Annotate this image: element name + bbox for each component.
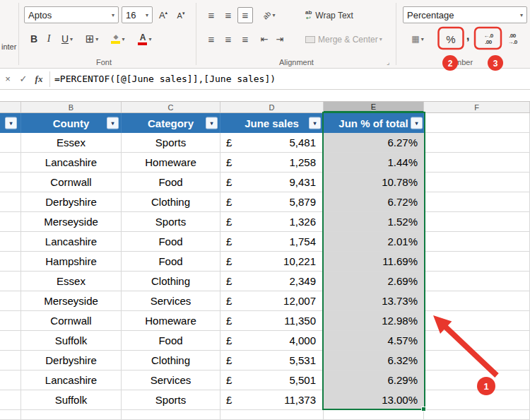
wrap-text-button[interactable]: ab ↩ Wrap Text [302,7,356,23]
cell-county[interactable]: Cornwall [21,311,122,331]
cell[interactable] [220,410,324,420]
cell[interactable] [0,252,21,272]
cell-pct[interactable]: 6.29% [324,371,424,390]
selection-fill-handle[interactable] [421,407,426,412]
cell[interactable] [0,331,21,351]
cell[interactable] [424,252,530,272]
cell-pct[interactable]: 13.00% [324,390,424,410]
insert-function-button[interactable]: fx [31,74,47,85]
cell[interactable] [424,410,530,420]
filter-button[interactable]: ▾ [411,117,423,129]
cell[interactable] [424,331,530,351]
cell-june-sales[interactable]: £2,349 [220,272,324,291]
increase-decimal-button[interactable]: ←.0 .00 [478,30,499,48]
cell[interactable] [424,291,530,311]
accounting-format-button[interactable]: ▦ ▾ [406,30,430,47]
cell-pct[interactable]: 1.44% [324,153,424,173]
cell-june-sales[interactable]: £10,221 [220,252,324,272]
cell-category[interactable]: Services [122,371,220,390]
enter-button[interactable]: ✓ [16,74,31,84]
column-header-b[interactable]: B [21,102,122,112]
cell[interactable] [0,311,21,331]
cell-county[interactable]: Hampshire [21,252,122,272]
cell-category[interactable]: Clothing [122,351,220,371]
cell[interactable] [424,153,530,173]
number-format-combo[interactable]: Percentage ▾ [403,6,527,23]
comma-style-button[interactable]: , [462,27,473,45]
align-center-button[interactable]: ≡ [220,31,236,47]
formula-input[interactable]: =PERCENTOF([@[June sales]],[June sales]) [54,74,276,84]
orientation-button[interactable]: ab ▾ [257,7,281,23]
cell[interactable] [21,410,122,420]
cell-county[interactable]: Cornwall [21,173,122,192]
cell[interactable] [0,351,21,371]
cell-june-sales[interactable]: £9,431 [220,173,324,192]
cell[interactable] [0,192,21,212]
cell-pct[interactable]: 10.78% [324,173,424,192]
cell[interactable] [0,272,21,291]
cell-county[interactable]: Merseyside [21,291,122,311]
underline-button[interactable]: U ▾ [57,30,78,47]
borders-button[interactable]: ⊞ ▾ [81,30,103,47]
table-header-category[interactable]: Category ▾ [122,113,220,133]
merge-center-button[interactable]: Merge & Center ▾ [302,31,385,47]
cell-category[interactable]: Sports [122,212,220,232]
cell-county[interactable]: Lancashire [21,232,122,252]
cell-county[interactable]: Suffolk [21,331,122,351]
table-header-pct[interactable]: Jun % of total ▾ [324,113,424,133]
cell[interactable] [424,113,530,133]
table-header-a[interactable]: ▾ [0,113,21,133]
cell[interactable] [424,232,530,252]
filter-button[interactable]: ▾ [309,117,321,129]
cell-pct[interactable]: 4.57% [324,331,424,351]
cell[interactable] [424,192,530,212]
column-header-a[interactable] [0,102,21,112]
cell-category[interactable]: Food [122,331,220,351]
cell-june-sales[interactable]: £5,501 [220,371,324,390]
cell[interactable] [424,371,530,390]
cell[interactable] [424,173,530,192]
cell-june-sales[interactable]: £12,007 [220,291,324,311]
align-right-button[interactable]: ≡ [237,31,253,47]
table-header-county[interactable]: County ▾ [21,113,122,133]
cell[interactable] [424,390,530,410]
cell[interactable] [324,410,424,420]
cell-category[interactable]: Food [122,252,220,272]
column-header-e[interactable]: E [324,102,424,112]
cell-county[interactable]: Lancashire [21,153,122,173]
italic-button[interactable]: I [42,30,55,47]
cell-pct[interactable]: 2.69% [324,272,424,291]
cell-county[interactable]: Derbyshire [21,192,122,212]
cell-county[interactable]: Essex [21,133,122,153]
align-left-button[interactable]: ≡ [204,31,219,47]
cell[interactable] [0,390,21,410]
cell[interactable] [0,410,21,420]
fill-color-button[interactable]: ◆ ▾ [106,30,130,47]
cell-pct[interactable]: 2.01% [324,232,424,252]
alignment-dialog-launcher-icon[interactable]: ⌟ [387,59,389,66]
percent-style-button[interactable]: % [441,30,461,48]
cell[interactable] [0,232,21,252]
cell-county[interactable]: Lancashire [21,371,122,390]
filter-button[interactable]: ▾ [5,117,17,129]
cell-pct[interactable]: 12.98% [324,311,424,331]
cell-category[interactable]: Homeware [122,311,220,331]
cell-june-sales[interactable]: £4,000 [220,331,324,351]
cell-june-sales[interactable]: £5,879 [220,192,324,212]
valign-top-button[interactable]: ≡ [204,7,219,23]
cell-june-sales[interactable]: £1,754 [220,232,324,252]
column-header-d[interactable]: D [220,102,324,112]
cell[interactable] [122,410,220,420]
cell[interactable] [0,371,21,390]
filter-button[interactable]: ▾ [107,117,119,129]
decrease-indent-button[interactable]: ⇤ [257,31,271,47]
valign-middle-button[interactable]: ≡ [220,7,236,23]
increase-indent-button[interactable]: ⇥ [273,31,287,47]
cell-category[interactable]: Food [122,232,220,252]
column-header-c[interactable]: C [122,102,220,112]
cell-pct[interactable]: 6.32% [324,351,424,371]
cell-pct[interactable]: 11.69% [324,252,424,272]
decrease-decimal-button[interactable]: .00 →.0 [502,30,523,48]
cell-category[interactable]: Sports [122,390,220,410]
cell-june-sales[interactable]: £1,326 [220,212,324,232]
